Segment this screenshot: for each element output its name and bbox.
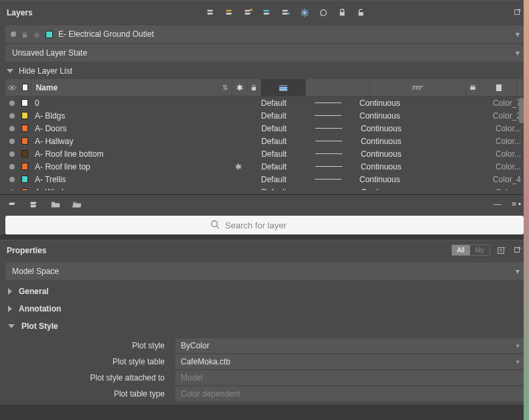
row-line-sample	[299, 102, 356, 103]
triangle-right-icon	[8, 288, 12, 295]
table-row[interactable]: A- Roof line bottom Default Continuous C…	[5, 147, 524, 160]
row-lineweight[interactable]: Default	[258, 162, 299, 171]
chevron-down-icon: ▾	[516, 48, 520, 58]
hide-layer-list-toggle[interactable]: Hide Layer List	[0, 63, 529, 79]
layer-off-icon[interactable]	[319, 8, 328, 17]
chevron-down-icon: ▾	[516, 29, 520, 39]
current-layer-dropdown[interactable]: ✱ E- Electrical Ground Outlet ▾	[5, 25, 524, 43]
table-row[interactable]: A- Trellis Default Continuous Color_4	[5, 173, 524, 186]
new-group-icon[interactable]	[29, 200, 39, 209]
col-name[interactable]: Name⇅	[31, 79, 232, 96]
new-layer-icon[interactable]	[8, 200, 17, 209]
row-visibility[interactable]	[5, 113, 19, 119]
section-general-title: General	[19, 287, 49, 296]
table-row[interactable]: A- Hallway Default Continuous Color...	[5, 135, 524, 147]
row-color-swatch[interactable]	[19, 176, 31, 183]
folder-icon[interactable]	[51, 200, 60, 209]
settings-icon[interactable]: ▾	[512, 200, 521, 209]
layer-iso-icon[interactable]	[244, 8, 253, 17]
row-color-swatch[interactable]	[19, 112, 31, 119]
section-annotation[interactable]: Annotation	[0, 300, 529, 318]
row-linetype[interactable]: Continuous	[357, 175, 443, 184]
pim-icon[interactable]	[497, 246, 506, 255]
table-row[interactable]: A- Roof line top ✱ Default Continuous Co…	[5, 160, 524, 173]
row-visibility[interactable]	[5, 164, 19, 169]
scrollbar-thumb[interactable]	[519, 98, 524, 123]
row-lineweight[interactable]: Default	[258, 149, 299, 159]
col-color[interactable]	[19, 79, 31, 96]
properties-title: Properties	[7, 246, 451, 255]
minimize-icon[interactable]: —	[493, 200, 502, 209]
tab-my[interactable]: My	[470, 245, 489, 255]
undock-icon[interactable]	[513, 8, 522, 17]
row-lineweight[interactable]: Default	[258, 98, 299, 108]
layer-state-dropdown[interactable]: Unsaved Layer State ▾	[5, 44, 524, 62]
row-linetype[interactable]: Continuous	[357, 111, 443, 121]
row-color-swatch[interactable]	[19, 188, 31, 190]
svg-point-0	[250, 8, 253, 11]
row-linetype[interactable]: Continuous	[358, 124, 445, 133]
type-label: Plot table type	[5, 389, 171, 399]
layer-walk-icon[interactable]	[281, 8, 291, 17]
row-color-swatch[interactable]	[19, 125, 31, 132]
row-linetype[interactable]: Continuous	[358, 188, 445, 191]
svg-rect-5	[23, 34, 27, 38]
row-color-swatch[interactable]	[19, 163, 31, 170]
row-visibility[interactable]	[5, 190, 19, 191]
layer-lock-icon[interactable]	[337, 8, 347, 17]
row-visibility[interactable]	[5, 139, 19, 144]
section-plotstyle[interactable]: Plot Style	[0, 318, 529, 335]
plot-style-value[interactable]: ByColor▾	[175, 338, 524, 353]
col-linetype-sample[interactable]	[306, 79, 370, 96]
row-line-sample	[300, 128, 358, 129]
col-plotstyle[interactable]	[518, 79, 524, 96]
section-general[interactable]: General	[0, 283, 529, 300]
row-linetype[interactable]: Continuous	[358, 162, 445, 171]
row-visibility[interactable]	[5, 177, 19, 182]
row-linetype[interactable]: Continuous	[358, 149, 445, 159]
row-lineweight[interactable]: Default	[258, 188, 299, 191]
table-row[interactable]: A- Doors Default Continuous Color...	[5, 122, 524, 135]
table-row[interactable]: A- Windows Default Continuous Color...	[5, 186, 524, 190]
table-row[interactable]: 0 Default Continuous Color_7	[5, 96, 524, 109]
col-lock[interactable]	[247, 79, 261, 96]
plot-table-value[interactable]: CafeMoka.ctb▾	[175, 354, 524, 369]
layers-title: Layers	[7, 8, 206, 17]
layer-unlock-icon[interactable]	[356, 8, 366, 17]
table-row[interactable]: A- Bldgs Default Continuous Color_2	[5, 109, 524, 122]
search-input[interactable]	[225, 220, 319, 230]
row-lineweight[interactable]: Default	[258, 111, 299, 121]
svg-point-16	[212, 220, 218, 226]
object-selector[interactable]: Model Space ▾	[5, 263, 524, 280]
row-freeze[interactable]: ✱	[232, 162, 245, 171]
row-color-swatch[interactable]	[19, 99, 31, 107]
row-visibility[interactable]	[5, 151, 19, 157]
undock-props-icon[interactable]	[513, 246, 522, 255]
row-linetype[interactable]: Continuous	[358, 137, 445, 146]
row-color-swatch[interactable]	[19, 137, 31, 145]
row-lineweight[interactable]: Default	[258, 137, 299, 146]
row-name: A- Hallway	[31, 137, 232, 146]
layer-state-icon[interactable]	[206, 8, 216, 17]
col-page[interactable]	[480, 79, 518, 96]
layer-search[interactable]	[5, 216, 524, 234]
col-freeze[interactable]: ✱	[232, 79, 246, 96]
layer-merge-icon[interactable]	[262, 8, 272, 17]
layer-filter-icon[interactable]	[225, 8, 234, 17]
tab-all[interactable]: All	[452, 245, 470, 255]
col-lineweight[interactable]	[261, 79, 306, 96]
layer-freeze-icon[interactable]	[300, 8, 309, 17]
row-linetype[interactable]: Continuous	[357, 98, 443, 108]
plot-style-label: Plot style	[5, 341, 171, 350]
folder-open-icon[interactable]	[72, 200, 82, 209]
properties-header: Properties All My	[0, 240, 529, 260]
row-lineweight[interactable]: Default	[258, 124, 299, 133]
svg-rect-4	[515, 9, 520, 14]
row-visibility[interactable]	[5, 126, 19, 131]
row-lineweight[interactable]: Default	[258, 175, 299, 184]
row-visibility[interactable]	[5, 100, 19, 106]
col-visibility[interactable]	[5, 79, 19, 96]
row-color-swatch[interactable]	[19, 150, 31, 157]
col-print[interactable]	[466, 79, 480, 96]
col-linetype[interactable]	[370, 79, 466, 96]
